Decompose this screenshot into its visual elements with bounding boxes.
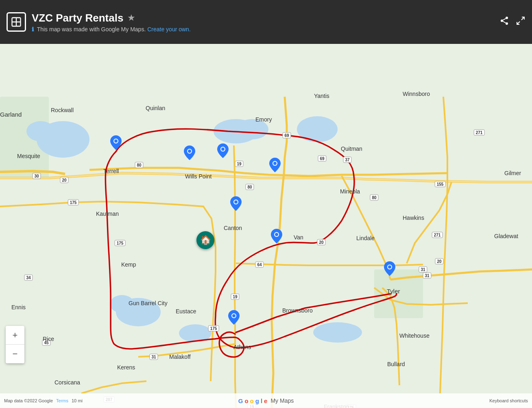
map-sidebar-icon xyxy=(7,12,26,32)
svg-point-15 xyxy=(26,121,55,141)
scale-text: 10 mi xyxy=(72,398,83,403)
header-text-block: VZC Party Rentals ★ ℹ This map was made … xyxy=(32,12,499,33)
svg-point-21 xyxy=(313,322,362,343)
map-svg-overlay xyxy=(0,44,532,408)
star-icon[interactable]: ★ xyxy=(127,13,135,23)
svg-point-4 xyxy=(501,20,503,22)
share-button[interactable] xyxy=(499,16,509,28)
svg-point-20 xyxy=(110,295,134,313)
zoom-controls: + − xyxy=(6,326,24,363)
map-title: VZC Party Rentals xyxy=(32,12,123,24)
header-actions xyxy=(499,16,525,28)
svg-line-8 xyxy=(521,17,524,20)
create-own-link[interactable]: Create your own. xyxy=(147,26,191,33)
svg-line-7 xyxy=(503,19,506,20)
google-logo: Google My Maps xyxy=(238,397,294,404)
my-maps-text: My Maps xyxy=(270,397,294,404)
svg-point-17 xyxy=(236,119,268,139)
svg-point-5 xyxy=(506,22,508,25)
google-g: G xyxy=(238,397,243,404)
bottom-bar: Map data ©2022 Google Terms 10 mi Google… xyxy=(0,393,532,408)
zoom-out-button[interactable]: − xyxy=(6,345,24,363)
svg-rect-11 xyxy=(0,44,532,408)
home-icon: 🏠 xyxy=(200,235,211,245)
fullscreen-button[interactable] xyxy=(516,16,525,28)
info-icon: ℹ xyxy=(32,26,34,33)
svg-point-18 xyxy=(297,116,338,142)
svg-line-9 xyxy=(517,22,520,24)
svg-point-3 xyxy=(506,17,508,19)
header: VZC Party Rentals ★ ℹ This map was made … xyxy=(0,0,532,44)
map-data-text: Map data ©2022 Google xyxy=(4,398,53,403)
terms-link[interactable]: Terms xyxy=(56,398,68,403)
home-marker[interactable]: 🏠 xyxy=(196,231,214,249)
svg-line-6 xyxy=(503,22,506,23)
map-subtitle: ℹ This map was made with Google My Maps.… xyxy=(32,26,499,33)
keyboard-shortcuts-text: Keyboard shortcuts xyxy=(489,398,528,403)
map-container[interactable]: 3020801980696937802017517564271202711553… xyxy=(0,44,532,408)
zoom-in-button[interactable]: + xyxy=(6,326,24,345)
